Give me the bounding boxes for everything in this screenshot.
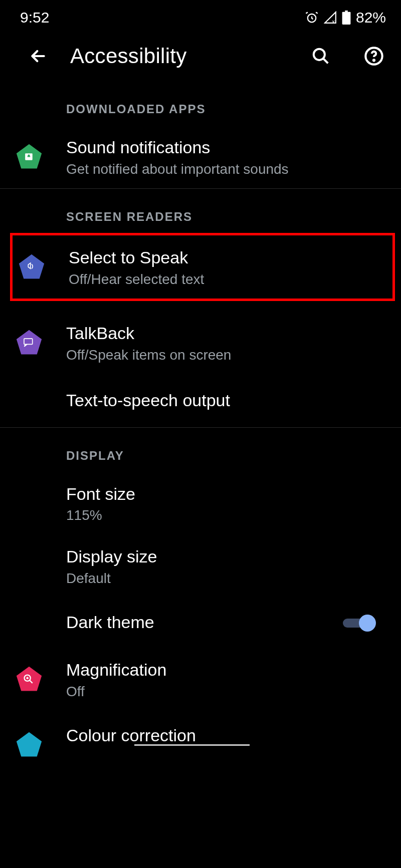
svg-marker-12 xyxy=(17,667,42,691)
setting-talkback[interactable]: TalkBack Off/Speak items on screen xyxy=(0,311,401,374)
highlight-select-to-speak: Select to Speak Off/Hear selected text xyxy=(10,233,395,301)
setting-subtitle: Off/Speak items on screen xyxy=(66,347,386,363)
setting-title: Sound notifications xyxy=(66,136,386,159)
setting-subtitle: Off xyxy=(66,684,386,700)
setting-subtitle: Off/Hear selected text xyxy=(69,271,377,287)
battery-icon xyxy=(342,11,351,25)
setting-title: Display size xyxy=(66,545,386,568)
setting-subtitle: Default xyxy=(66,570,386,587)
setting-dark-theme[interactable]: Dark theme xyxy=(0,598,401,648)
section-screen-readers: SCREEN READERS xyxy=(0,189,401,233)
dark-theme-toggle[interactable] xyxy=(341,613,376,633)
alarm-icon xyxy=(305,11,319,25)
svg-marker-14 xyxy=(17,732,42,757)
app-bar: Accessibility xyxy=(0,31,401,81)
signal-icon: x xyxy=(324,11,337,24)
back-button[interactable] xyxy=(26,44,50,68)
help-button[interactable] xyxy=(362,44,386,68)
svg-marker-10 xyxy=(17,330,42,355)
colour-correction-icon xyxy=(15,731,43,759)
setting-title: TalkBack xyxy=(66,322,386,345)
setting-subtitle: 115% xyxy=(66,507,386,523)
battery-percent: 82% xyxy=(356,9,386,26)
status-time: 9:52 xyxy=(20,9,49,26)
setting-title: Magnification xyxy=(66,659,386,682)
search-button[interactable] xyxy=(309,44,333,68)
status-right: x 82% xyxy=(305,9,386,26)
svg-point-4 xyxy=(314,49,325,60)
page-title: Accessibility xyxy=(70,44,280,68)
select-to-speak-icon xyxy=(18,253,46,281)
decorative-line xyxy=(134,744,250,746)
status-bar: 9:52 x 82% xyxy=(0,0,401,31)
setting-title: Select to Speak xyxy=(69,246,377,269)
svg-marker-9 xyxy=(19,254,44,279)
setting-title: Text-to-speech output xyxy=(66,389,386,412)
setting-font-size[interactable]: Font size 115% xyxy=(0,472,401,535)
svg-text:x: x xyxy=(332,19,335,24)
setting-text-to-speech[interactable]: Text-to-speech output xyxy=(0,374,401,427)
talkback-icon xyxy=(15,329,43,357)
svg-rect-2 xyxy=(342,12,351,25)
setting-magnification[interactable]: Magnification Off xyxy=(0,648,401,711)
sound-notifications-icon xyxy=(15,143,43,171)
svg-rect-3 xyxy=(345,11,348,12)
magnification-icon xyxy=(15,665,43,693)
svg-point-6 xyxy=(373,60,374,61)
setting-title: Dark theme xyxy=(66,611,341,634)
setting-title: Font size xyxy=(66,483,386,506)
section-downloaded-apps: DOWNLOADED APPS xyxy=(0,81,401,125)
setting-sound-notifications[interactable]: Sound notifications Get notified about i… xyxy=(0,125,401,188)
setting-subtitle: Get notified about important sounds xyxy=(66,161,386,177)
section-display: DISPLAY xyxy=(0,428,401,472)
setting-display-size[interactable]: Display size Default xyxy=(0,534,401,598)
setting-colour-correction[interactable]: Colour correction xyxy=(0,711,401,761)
setting-select-to-speak[interactable]: Select to Speak Off/Hear selected text xyxy=(13,235,392,299)
